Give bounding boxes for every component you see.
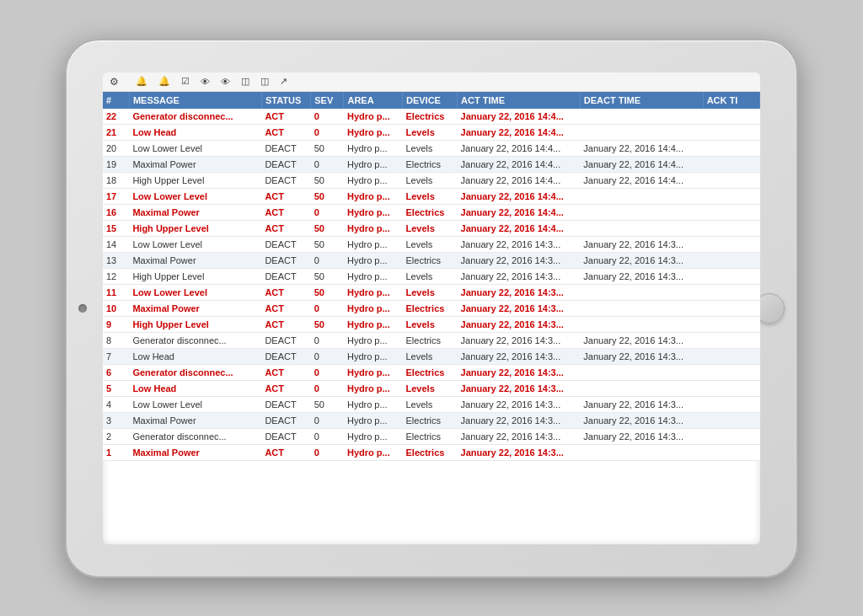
alarm-table-container[interactable]: # MESSAGE STATUS SEV AREA DEVICE ACT TIM… xyxy=(103,92,760,537)
cell-message: Maximal Power xyxy=(129,412,261,428)
cell-area: Hydro p... xyxy=(344,284,403,300)
table-row[interactable]: 18 High Upper Level DEACT 50 Hydro p... … xyxy=(103,172,760,188)
sup-filter-button[interactable]: 👁 xyxy=(201,77,212,87)
cell-deact-time xyxy=(580,124,703,140)
table-row[interactable]: 2 Generator disconnec... DEACT 0 Hydro p… xyxy=(103,428,760,444)
cell-area: Hydro p... xyxy=(344,428,403,444)
cell-act-time: January 22, 2016 14:4... xyxy=(458,124,581,140)
cell-deact-time: January 22, 2016 14:3... xyxy=(580,428,703,444)
col-header-device[interactable]: DEVICE xyxy=(403,92,458,109)
uns-filter-button[interactable]: 👁 xyxy=(221,77,233,87)
table-row[interactable]: 13 Maximal Power DEACT 0 Hydro p... Elec… xyxy=(103,252,760,268)
cell-status: ACT xyxy=(261,300,310,316)
col-header-message[interactable]: MESSAGE xyxy=(129,92,261,109)
cell-num: 8 xyxy=(103,332,129,348)
table-row[interactable]: 3 Maximal Power DEACT 0 Hydro p... Elect… xyxy=(103,412,760,428)
act-filter-button[interactable]: 🔔 xyxy=(136,76,150,87)
cell-ack-time xyxy=(703,252,759,268)
cell-num: 6 xyxy=(103,364,129,380)
cell-deact-time xyxy=(580,204,703,220)
col-header-act-time[interactable]: ACT TIME xyxy=(458,92,581,109)
cell-act-time: January 22, 2016 14:3... xyxy=(458,268,581,284)
cell-area: Hydro p... xyxy=(344,220,403,236)
cell-ack-time xyxy=(703,444,759,460)
table-row[interactable]: 11 Low Lower Level ACT 50 Hydro p... Lev… xyxy=(103,284,760,300)
table-row[interactable]: 12 High Upper Level DEACT 50 Hydro p... … xyxy=(103,268,760,284)
text-filter-button[interactable]: ◫ xyxy=(260,76,271,87)
cell-ack-time xyxy=(703,172,759,188)
cell-area: Hydro p... xyxy=(344,396,403,412)
table-row[interactable]: 8 Generator disconnec... DEACT 0 Hydro p… xyxy=(103,332,760,348)
cell-area: Hydro p... xyxy=(344,204,403,220)
cell-deact-time: January 22, 2016 14:3... xyxy=(580,252,703,268)
cell-device: Levels xyxy=(403,172,458,188)
table-row[interactable]: 10 Maximal Power ACT 0 Hydro p... Electr… xyxy=(103,300,760,316)
table-row[interactable]: 14 Low Lower Level DEACT 50 Hydro p... L… xyxy=(103,236,760,252)
cell-message: High Upper Level xyxy=(129,316,261,332)
table-row[interactable]: 6 Generator disconnec... ACT 0 Hydro p..… xyxy=(103,364,760,380)
cell-message: High Upper Level xyxy=(129,268,261,284)
settings-button[interactable] xyxy=(110,76,119,88)
cell-num: 14 xyxy=(103,236,129,252)
table-row[interactable]: 9 High Upper Level ACT 50 Hydro p... Lev… xyxy=(103,316,760,332)
cell-act-time: January 22, 2016 14:4... xyxy=(458,109,581,125)
col-header-area[interactable]: AREA xyxy=(344,92,403,109)
cell-area: Hydro p... xyxy=(344,316,403,332)
cell-area: Hydro p... xyxy=(344,124,403,140)
cell-severity: 50 xyxy=(311,220,344,236)
table-row[interactable]: 15 High Upper Level ACT 50 Hydro p... Le… xyxy=(103,220,760,236)
cell-num: 7 xyxy=(103,348,129,364)
table-row[interactable]: 20 Low Lower Level DEACT 50 Hydro p... L… xyxy=(103,140,760,156)
col-header-status[interactable]: STATUS xyxy=(261,92,310,109)
cell-severity: 50 xyxy=(311,140,344,156)
cell-ack-time xyxy=(703,220,759,236)
cell-device: Electrics xyxy=(403,109,458,125)
table-row[interactable]: 16 Maximal Power ACT 0 Hydro p... Electr… xyxy=(103,204,760,220)
col-header-deact-time[interactable]: DEACT TIME xyxy=(580,92,703,109)
export-button[interactable]: ↗ xyxy=(280,76,290,87)
tablet-screen: 🔔 🔔 ☑ 👁 👁 ◫ xyxy=(103,72,760,544)
cell-deact-time: January 22, 2016 14:4... xyxy=(580,156,703,172)
cell-ack-time xyxy=(703,268,759,284)
cell-ack-time xyxy=(703,412,759,428)
cell-message: Generator disconnec... xyxy=(129,109,261,125)
table-row[interactable]: 21 Low Head ACT 0 Hydro p... Levels Janu… xyxy=(103,124,760,140)
table-row[interactable]: 22 Generator disconnec... ACT 0 Hydro p.… xyxy=(103,109,760,125)
cell-num: 21 xyxy=(103,124,129,140)
cell-area: Hydro p... xyxy=(344,300,403,316)
cell-area: Hydro p... xyxy=(344,348,403,364)
cell-severity: 50 xyxy=(311,396,344,412)
col-header-ack-time[interactable]: ACK TI xyxy=(703,92,759,109)
cell-num: 13 xyxy=(103,252,129,268)
cell-status: DEACT xyxy=(261,252,310,268)
layers-text-icon: ◫ xyxy=(260,76,269,87)
cell-ack-time xyxy=(703,236,759,252)
cell-area: Hydro p... xyxy=(344,332,403,348)
eye-sup-icon: 👁 xyxy=(201,77,210,87)
ack-filter-button[interactable]: ☑ xyxy=(181,76,192,87)
table-row[interactable]: 19 Maximal Power DEACT 0 Hydro p... Elec… xyxy=(103,156,760,172)
cell-device: Electrics xyxy=(403,412,458,428)
cell-act-time: January 22, 2016 14:3... xyxy=(458,236,581,252)
cell-area: Hydro p... xyxy=(344,172,403,188)
severity-filter-button[interactable]: ◫ xyxy=(241,76,252,87)
cell-num: 18 xyxy=(103,172,129,188)
cell-device: Levels xyxy=(403,380,458,396)
cell-area: Hydro p... xyxy=(344,156,403,172)
dea-filter-button[interactable]: 🔔 xyxy=(158,76,173,87)
table-row[interactable]: 1 Maximal Power ACT 0 Hydro p... Electri… xyxy=(103,444,760,460)
col-header-sev[interactable]: SEV xyxy=(311,92,344,109)
cell-act-time: January 22, 2016 14:4... xyxy=(458,172,581,188)
table-row[interactable]: 17 Low Lower Level ACT 50 Hydro p... Lev… xyxy=(103,188,760,204)
table-row[interactable]: 4 Low Lower Level DEACT 50 Hydro p... Le… xyxy=(103,396,760,412)
cell-severity: 0 xyxy=(311,412,344,428)
cell-deact-time: January 22, 2016 14:3... xyxy=(580,348,703,364)
cell-area: Hydro p... xyxy=(344,252,403,268)
table-row[interactable]: 5 Low Head ACT 0 Hydro p... Levels Janua… xyxy=(103,380,760,396)
cell-act-time: January 22, 2016 14:3... xyxy=(458,332,581,348)
cell-ack-time xyxy=(703,109,759,125)
cell-status: ACT xyxy=(261,109,310,125)
cell-message: Low Head xyxy=(129,380,261,396)
cell-deact-time xyxy=(580,188,703,204)
table-row[interactable]: 7 Low Head DEACT 0 Hydro p... Levels Jan… xyxy=(103,348,760,364)
